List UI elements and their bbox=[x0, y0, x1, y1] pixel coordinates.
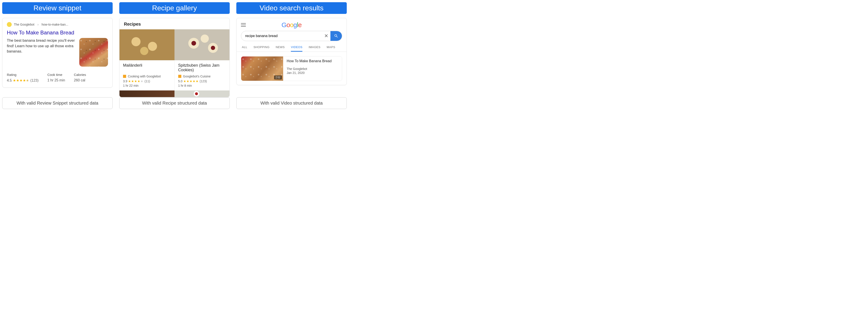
search-tabs: ALL SHOPPING NEWS VIDEOS IMAGES MAPS bbox=[237, 43, 346, 52]
site-favicon bbox=[7, 22, 12, 27]
breadcrumb-site: The Googlebot bbox=[14, 23, 34, 26]
review-snippet-card[interactable]: The Googlebot › how-to-make-ban... How T… bbox=[2, 18, 113, 87]
video-thumbnail: 1:02 bbox=[241, 57, 283, 81]
tab-news[interactable]: NEWS bbox=[276, 43, 285, 51]
recipe-card-1[interactable]: Spitzbuben (Swiss Jam Cookies) Googlebot… bbox=[175, 60, 230, 91]
recipe-rating: 5.0 ★★★★★ (123) bbox=[178, 79, 226, 83]
result-thumbnail bbox=[79, 38, 108, 67]
breadcrumb-separator: › bbox=[37, 23, 39, 26]
search-bar: ✕ bbox=[241, 31, 342, 41]
recipe-source: Googlebot's Cuisine bbox=[178, 75, 226, 78]
recipe-gallery-column: Recipe gallery Recipes Mailänderli Cooki… bbox=[119, 2, 230, 109]
result-meta: Rating 4.5 ★★★★★ (123) Cook time 1 hr 25… bbox=[7, 73, 108, 82]
video-date: Jan 21, 2020 bbox=[287, 71, 338, 75]
review-snippet-column: Review snippet The Googlebot › how-to-ma… bbox=[2, 2, 113, 109]
calories-value: 260 cal bbox=[74, 78, 86, 82]
rating-label: Rating bbox=[7, 73, 39, 76]
review-banner: Review snippet bbox=[2, 2, 113, 14]
result-title-link[interactable]: How To Make Banana Bread bbox=[7, 30, 108, 36]
rating-value: 4.5 ★★★★★ (123) bbox=[7, 78, 39, 82]
recipe-source: Cooking with Googlebot bbox=[123, 75, 171, 78]
review-footer-note: With valid Review Snippet structured dat… bbox=[2, 97, 113, 109]
result-description: The best banana bread recipe you'll ever… bbox=[7, 38, 75, 67]
gallery-row: Mailänderli Cooking with Googlebot 3.9 ★… bbox=[120, 60, 229, 91]
breadcrumb: The Googlebot › how-to-make-ban... bbox=[7, 22, 108, 27]
video-source: The Googlebot bbox=[287, 67, 338, 71]
gallery-peek-strip bbox=[120, 91, 229, 97]
google-logo: Google bbox=[246, 21, 337, 29]
menu-icon[interactable] bbox=[241, 23, 246, 27]
star-icons: ★★★★★ bbox=[13, 78, 29, 82]
gallery-image-strip bbox=[120, 29, 229, 60]
recipe-name: Mailänderli bbox=[123, 63, 171, 73]
recipe-card-0[interactable]: Mailänderli Cooking with Googlebot 3.9 ★… bbox=[120, 60, 175, 91]
gallery-footer-note: With valid Recipe structured data bbox=[119, 97, 230, 109]
tab-videos[interactable]: VIDEOS bbox=[291, 43, 302, 51]
search-icon bbox=[334, 34, 338, 38]
tab-images[interactable]: IMAGES bbox=[309, 43, 320, 51]
source-icon bbox=[178, 75, 181, 78]
gallery-heading: Recipes bbox=[120, 18, 229, 29]
gallery-banner: Recipe gallery bbox=[119, 2, 230, 14]
video-search-card: Google ✕ ALL SHOPPING NEWS VIDEOS IMAGES… bbox=[236, 18, 347, 85]
recipe-image-0[interactable] bbox=[120, 29, 175, 60]
video-results-column: Video search results Google ✕ ALL SHOPPI… bbox=[236, 2, 347, 109]
tab-all[interactable]: ALL bbox=[242, 43, 247, 51]
tab-shopping[interactable]: SHOPPING bbox=[253, 43, 270, 51]
recipe-gallery-card: Recipes Mailänderli Cooking with Googleb… bbox=[119, 18, 230, 97]
video-title: How To Make Banana Bread bbox=[287, 59, 338, 63]
recipe-time: 1 hr 8 min bbox=[178, 84, 226, 87]
video-result-card[interactable]: 1:02 How To Make Banana Bread The Google… bbox=[241, 56, 342, 81]
breadcrumb-path: how-to-make-ban... bbox=[41, 23, 68, 26]
tab-maps[interactable]: MAPS bbox=[327, 43, 335, 51]
recipe-time: 1 hr 22 min bbox=[123, 84, 171, 87]
search-input[interactable] bbox=[241, 34, 322, 38]
recipe-rating: 3.9 ★★★★★ (11) bbox=[123, 79, 171, 83]
source-icon bbox=[123, 75, 126, 78]
video-banner: Video search results bbox=[236, 2, 347, 14]
clear-icon[interactable]: ✕ bbox=[322, 33, 331, 39]
video-duration-badge: 1:02 bbox=[274, 75, 282, 79]
cooktime-label: Cook time bbox=[48, 73, 65, 76]
recipe-name: Spitzbuben (Swiss Jam Cookies) bbox=[178, 63, 226, 73]
search-button[interactable] bbox=[331, 31, 342, 41]
video-footer-note: With valid Video structured data bbox=[236, 97, 347, 109]
recipe-image-1[interactable] bbox=[175, 29, 229, 60]
calories-label: Calories bbox=[74, 73, 86, 76]
cooktime-value: 1 hr 25 min bbox=[48, 78, 65, 82]
